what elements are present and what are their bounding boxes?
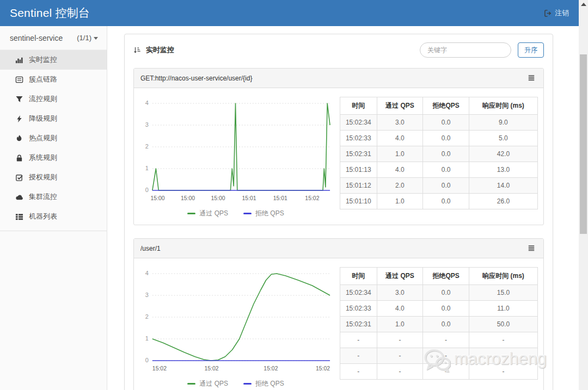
table-cell: 1.0 (377, 194, 423, 209)
table-row: 15:02:311.00.050.0 (340, 317, 538, 332)
svg-text:2: 2 (145, 313, 149, 320)
sidebar-item-hotspot-rules[interactable]: 热点规则 (0, 128, 107, 148)
table-cell: 15:02:31 (340, 317, 377, 332)
legend-label: 拒绝 QPS (255, 379, 284, 388)
panel-menu-icon[interactable] (527, 244, 537, 253)
sidebar-item-realtime-monitor[interactable]: 实时监控 (0, 50, 107, 70)
svg-text:1: 1 (145, 165, 149, 171)
svg-text:15:01: 15:01 (242, 195, 256, 201)
sidebar-item-flow-rules[interactable]: 流控规则 (0, 89, 107, 109)
sidebar-item-system-rules[interactable]: 系统规则 (0, 148, 107, 168)
scrollbar (579, 0, 588, 390)
table-cell: 0.0 (423, 131, 469, 146)
lock-icon (15, 154, 23, 162)
table-cell: - (340, 364, 377, 380)
app-selector[interactable]: sentinel-service (1/1) (0, 26, 107, 50)
svg-text:1: 1 (145, 335, 149, 342)
chevron-down-icon (94, 37, 98, 40)
table-cell: 4.0 (377, 131, 423, 146)
table-row: 15:01:101.00.026.0 (340, 194, 538, 209)
table-cell: 15:01:12 (340, 178, 377, 194)
svg-text:15:02: 15:02 (305, 195, 319, 201)
th-list-icon (15, 213, 23, 221)
legend-item[interactable]: 通过 QPS (187, 209, 228, 218)
panel-body: 0123415:0215:0215:0215:02 通过 QPS拒绝 QPS 时… (134, 258, 543, 390)
table-row: 15:02:311.00.042.0 (340, 146, 538, 162)
panel-header: GET:http://nacos-user-service/user/{id} (134, 69, 543, 88)
svg-text:0: 0 (145, 357, 149, 363)
list-alt-icon (15, 76, 23, 84)
search-input[interactable] (420, 42, 511, 58)
sidebar-item-machine-list[interactable]: 机器列表 (0, 207, 107, 226)
svg-text:15:00: 15:00 (181, 195, 195, 201)
svg-text:15:02: 15:02 (204, 366, 218, 372)
panel-menu-icon[interactable] (527, 74, 537, 83)
legend-item[interactable]: 拒绝 QPS (243, 379, 284, 388)
table-row: 15:01:122.00.014.0 (340, 178, 538, 194)
sidebar-item-authority-rules[interactable]: 授权规则 (0, 168, 107, 187)
legend-item[interactable]: 拒绝 QPS (243, 209, 284, 218)
legend-dash (187, 213, 195, 214)
qps-table: 时间通过 QPS拒绝QPS响应时间 (ms)15:02:343.00.015.0… (340, 267, 538, 380)
scrollbar-up-arrow-icon[interactable] (581, 3, 586, 6)
main-content: 实时监控 升序 GET:http://nacos-user-service/us… (107, 26, 579, 390)
svg-text:0: 0 (145, 187, 149, 193)
table-row: 15:02:343.00.09.0 (340, 115, 538, 131)
sidebar-item-cluster-link[interactable]: 簇点链路 (0, 70, 107, 89)
logout-button[interactable]: 注销 (544, 8, 569, 18)
table-cell: - (377, 364, 423, 380)
sort-order-button[interactable]: 升序 (518, 42, 544, 58)
svg-text:3: 3 (145, 121, 149, 128)
bolt-icon (15, 115, 23, 123)
table-cell: 2.0 (377, 178, 423, 194)
legend-dash (243, 213, 252, 214)
sidebar: sentinel-service (1/1) 实时监控簇点链路流控规则降级规则热… (0, 26, 107, 390)
table-cell: 26.0 (469, 194, 537, 209)
check-square-icon (15, 174, 23, 182)
table-cell: 50.0 (469, 317, 537, 332)
table-row: ---- (340, 348, 538, 364)
table-cell: 5.0 (469, 131, 537, 146)
table-cell: 42.0 (469, 146, 537, 162)
table-header-cell: 拒绝QPS (423, 97, 469, 115)
page-title: 实时监控 (146, 45, 174, 55)
svg-text:3: 3 (145, 292, 149, 298)
sidebar-item-degrade-rules[interactable]: 降级规则 (0, 109, 107, 128)
table-cell: - (340, 348, 377, 364)
legend-item[interactable]: 通过 QPS (187, 379, 228, 388)
table-header-row: 时间通过 QPS拒绝QPS响应时间 (ms) (340, 268, 538, 285)
table-cell: 15:02:33 (340, 301, 377, 317)
qps-chart: 0123415:0015:0015:0015:0115:0115:02 (136, 97, 335, 205)
table-cell: 4.0 (377, 162, 423, 178)
table-cell: 0.0 (423, 178, 469, 194)
table-cell: 0.0 (423, 115, 469, 131)
sign-out-icon (544, 9, 552, 17)
table-cell: 13.0 (469, 162, 537, 178)
bar-chart-icon (15, 56, 23, 64)
table-cell: 0.0 (423, 194, 469, 209)
svg-text:4: 4 (145, 270, 149, 276)
table-cell: 3.0 (377, 115, 423, 131)
table-cell: - (377, 332, 423, 348)
table-cell: 0.0 (423, 162, 469, 178)
svg-text:15:01: 15:01 (273, 195, 287, 201)
logout-label: 注销 (555, 8, 569, 18)
table-row: 15:01:134.00.013.0 (340, 162, 538, 178)
table-cell: 3.0 (377, 285, 423, 301)
chart-legend: 通过 QPS拒绝 QPS (136, 379, 335, 388)
table-cell: 15:01:13 (340, 162, 377, 178)
filter-icon (15, 95, 23, 103)
panel-resource-0: GET:http://nacos-user-service/user/{id} … (133, 68, 544, 225)
table-row: 15:02:343.00.015.0 (340, 285, 538, 301)
table-cell: 15:02:34 (340, 115, 377, 131)
fire-icon (15, 134, 23, 143)
table-cell: 4.0 (377, 301, 423, 317)
table-header-cell: 响应时间 (ms) (469, 268, 537, 285)
table-cell: 0.0 (423, 285, 469, 301)
table-cell: 0.0 (423, 146, 469, 162)
table-header-cell: 通过 QPS (377, 268, 423, 285)
scrollbar-thumb[interactable] (580, 54, 587, 234)
table-cell: 0.0 (423, 301, 469, 317)
table-row: ---- (340, 332, 538, 348)
sidebar-item-cluster-flow[interactable]: 集群流控 (0, 187, 107, 207)
